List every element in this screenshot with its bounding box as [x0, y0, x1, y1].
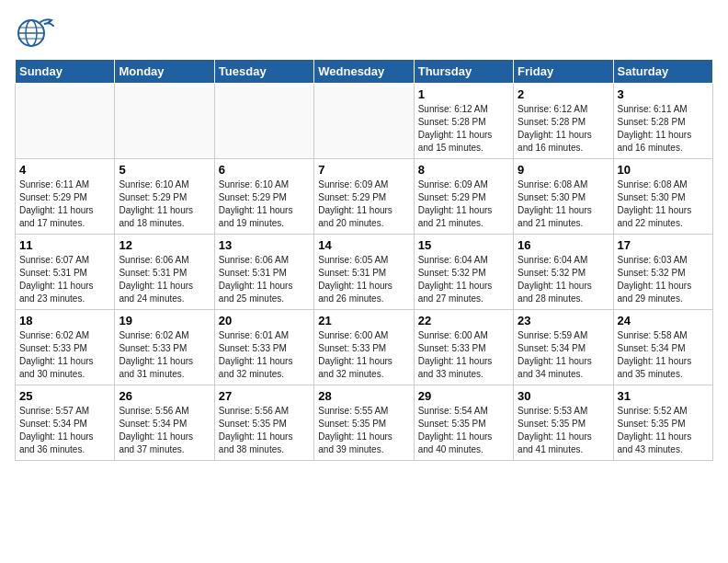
day-info: Sunrise: 6:09 AM Sunset: 5:29 PM Dayligh… [318, 178, 409, 230]
calendar-header-saturday: Saturday [613, 60, 712, 84]
calendar-header-sunday: Sunday [16, 60, 115, 84]
sunset: Sunset: 5:31 PM [219, 268, 287, 278]
day-number: 10 [618, 163, 709, 177]
day-info: Sunrise: 6:03 AM Sunset: 5:32 PM Dayligh… [618, 254, 709, 305]
day-number: 14 [318, 238, 409, 252]
sunrise: Sunrise: 6:07 AM [19, 255, 89, 265]
calendar-cell: 7 Sunrise: 6:09 AM Sunset: 5:29 PM Dayli… [314, 159, 414, 235]
sunset: Sunset: 5:28 PM [418, 117, 486, 127]
day-info: Sunrise: 5:53 AM Sunset: 5:35 PM Dayligh… [518, 405, 609, 456]
daylight: Daylight: 11 hours and 29 minutes. [618, 281, 692, 304]
calendar-cell: 19 Sunrise: 6:02 AM Sunset: 5:33 PM Dayl… [115, 310, 214, 385]
sunrise: Sunrise: 5:55 AM [318, 406, 388, 416]
calendar-cell: 12 Sunrise: 6:06 AM Sunset: 5:31 PM Dayl… [115, 235, 214, 310]
day-number: 9 [518, 163, 609, 177]
sunrise: Sunrise: 6:08 AM [618, 179, 688, 190]
sunrise: Sunrise: 6:10 AM [119, 179, 188, 190]
sunset: Sunset: 5:29 PM [418, 192, 486, 202]
sunrise: Sunrise: 6:02 AM [119, 330, 188, 340]
day-number: 13 [219, 238, 310, 252]
day-info: Sunrise: 5:57 AM Sunset: 5:34 PM Dayligh… [19, 405, 110, 456]
day-number: 26 [119, 389, 210, 403]
page-header [15, 15, 713, 52]
sunrise: Sunrise: 6:00 AM [318, 330, 388, 340]
calendar-cell: 24 Sunrise: 5:58 AM Sunset: 5:34 PM Dayl… [613, 310, 712, 385]
sunset: Sunset: 5:29 PM [119, 192, 187, 202]
sunset: Sunset: 5:35 PM [219, 419, 287, 429]
sunset: Sunset: 5:29 PM [219, 192, 287, 202]
sunset: Sunset: 5:30 PM [618, 192, 686, 202]
sunrise: Sunrise: 6:06 AM [119, 255, 188, 265]
sunrise: Sunrise: 5:56 AM [219, 406, 289, 416]
daylight: Daylight: 11 hours and 32 minutes. [219, 356, 293, 379]
daylight: Daylight: 11 hours and 40 minutes. [418, 431, 493, 454]
sunrise: Sunrise: 6:05 AM [318, 255, 388, 265]
day-number: 23 [518, 314, 609, 327]
sunset: Sunset: 5:29 PM [19, 192, 87, 202]
day-info: Sunrise: 6:11 AM Sunset: 5:28 PM Dayligh… [618, 103, 709, 155]
calendar-cell [214, 84, 313, 159]
day-info: Sunrise: 6:04 AM Sunset: 5:32 PM Dayligh… [418, 254, 509, 305]
daylight: Daylight: 11 hours and 30 minutes. [19, 356, 94, 379]
sunrise: Sunrise: 6:06 AM [219, 255, 289, 265]
day-info: Sunrise: 6:10 AM Sunset: 5:29 PM Dayligh… [119, 178, 210, 230]
sunrise: Sunrise: 6:10 AM [219, 179, 289, 190]
day-number: 25 [19, 389, 110, 403]
calendar-week-5: 25 Sunrise: 5:57 AM Sunset: 5:34 PM Dayl… [16, 385, 713, 461]
sunrise: Sunrise: 6:03 AM [618, 255, 688, 265]
sunset: Sunset: 5:28 PM [518, 117, 586, 127]
day-number: 6 [219, 163, 310, 177]
sunset: Sunset: 5:35 PM [518, 419, 586, 429]
day-info: Sunrise: 6:06 AM Sunset: 5:31 PM Dayligh… [119, 254, 210, 305]
calendar-cell: 26 Sunrise: 5:56 AM Sunset: 5:34 PM Dayl… [115, 385, 214, 461]
day-number: 8 [418, 163, 509, 177]
daylight: Daylight: 11 hours and 17 minutes. [19, 205, 94, 228]
day-number: 5 [119, 163, 210, 177]
day-info: Sunrise: 6:12 AM Sunset: 5:28 PM Dayligh… [418, 103, 509, 155]
calendar-cell: 1 Sunrise: 6:12 AM Sunset: 5:28 PM Dayli… [414, 84, 513, 159]
day-info: Sunrise: 6:12 AM Sunset: 5:28 PM Dayligh… [518, 103, 609, 155]
sunrise: Sunrise: 6:01 AM [219, 330, 289, 340]
day-info: Sunrise: 5:56 AM Sunset: 5:34 PM Dayligh… [119, 405, 210, 456]
calendar-cell: 31 Sunrise: 5:52 AM Sunset: 5:35 PM Dayl… [613, 385, 712, 461]
sunrise: Sunrise: 5:53 AM [518, 406, 587, 416]
calendar-cell [314, 84, 414, 159]
daylight: Daylight: 11 hours and 16 minutes. [618, 130, 692, 153]
day-number: 1 [418, 87, 509, 101]
daylight: Daylight: 11 hours and 38 minutes. [219, 431, 293, 454]
sunset: Sunset: 5:32 PM [418, 268, 486, 278]
sunset: Sunset: 5:34 PM [119, 419, 187, 429]
day-number: 7 [318, 163, 409, 177]
sunset: Sunset: 5:30 PM [518, 192, 586, 202]
daylight: Daylight: 11 hours and 39 minutes. [318, 431, 392, 454]
sunrise: Sunrise: 6:00 AM [418, 330, 488, 340]
sunset: Sunset: 5:35 PM [618, 419, 686, 429]
calendar-header-row: SundayMondayTuesdayWednesdayThursdayFrid… [16, 60, 713, 84]
calendar-cell: 2 Sunrise: 6:12 AM Sunset: 5:28 PM Dayli… [514, 84, 613, 159]
daylight: Daylight: 11 hours and 33 minutes. [418, 356, 493, 379]
day-number: 15 [418, 238, 509, 252]
calendar-cell: 23 Sunrise: 5:59 AM Sunset: 5:34 PM Dayl… [514, 310, 613, 385]
calendar-cell: 25 Sunrise: 5:57 AM Sunset: 5:34 PM Dayl… [16, 385, 115, 461]
sunrise: Sunrise: 6:04 AM [418, 255, 488, 265]
day-number: 28 [318, 389, 409, 403]
calendar-cell: 17 Sunrise: 6:03 AM Sunset: 5:32 PM Dayl… [613, 235, 712, 310]
day-info: Sunrise: 6:08 AM Sunset: 5:30 PM Dayligh… [518, 178, 609, 230]
daylight: Daylight: 11 hours and 24 minutes. [119, 281, 193, 304]
day-info: Sunrise: 5:56 AM Sunset: 5:35 PM Dayligh… [219, 405, 310, 456]
day-number: 21 [318, 314, 409, 327]
calendar-cell: 18 Sunrise: 6:02 AM Sunset: 5:33 PM Dayl… [16, 310, 115, 385]
daylight: Daylight: 11 hours and 36 minutes. [19, 431, 94, 454]
logo [15, 15, 59, 52]
day-info: Sunrise: 6:09 AM Sunset: 5:29 PM Dayligh… [418, 178, 509, 230]
day-number: 4 [19, 163, 110, 177]
calendar-cell: 20 Sunrise: 6:01 AM Sunset: 5:33 PM Dayl… [214, 310, 313, 385]
calendar-cell: 6 Sunrise: 6:10 AM Sunset: 5:29 PM Dayli… [214, 159, 313, 235]
calendar-cell: 15 Sunrise: 6:04 AM Sunset: 5:32 PM Dayl… [414, 235, 513, 310]
day-number: 3 [618, 87, 709, 101]
sunrise: Sunrise: 5:57 AM [19, 406, 89, 416]
daylight: Daylight: 11 hours and 32 minutes. [318, 356, 392, 379]
day-info: Sunrise: 6:07 AM Sunset: 5:31 PM Dayligh… [19, 254, 110, 305]
sunrise: Sunrise: 6:12 AM [418, 104, 488, 114]
logo-icon [15, 15, 55, 52]
